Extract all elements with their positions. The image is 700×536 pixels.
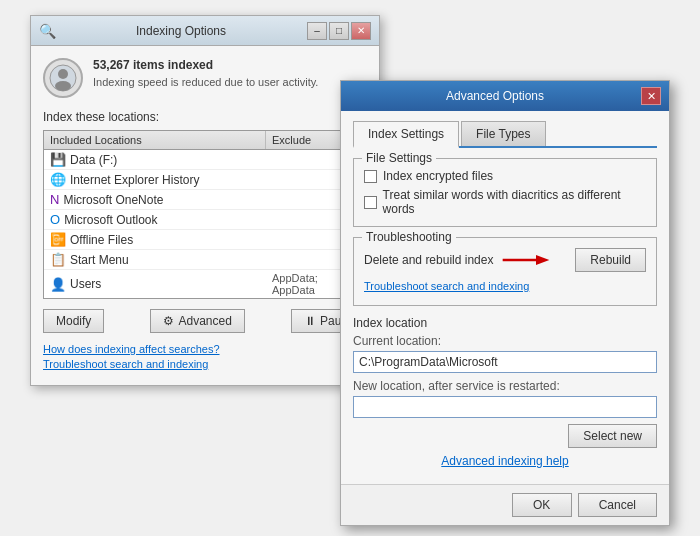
items-count: 53,267 items indexed [93,58,367,72]
troubleshooting-section: Troubleshooting Delete and rebuild index… [353,237,657,306]
indexing-options-window: 🔍 Indexing Options – □ ✕ 53,267 items in [30,15,380,386]
indexing-maximize-button[interactable]: □ [329,22,349,40]
col-included-header: Included Locations [44,131,266,149]
row-outlook: OMicrosoft Outlook [44,210,266,229]
troubleshoot-link[interactable]: Troubleshoot search and indexing [43,358,367,370]
pause-btn-icon: ⏸ [304,314,316,328]
modify-button[interactable]: Modify [43,309,104,333]
users-icon: 👤 [50,277,66,292]
table-body: 💾Data (F:) 🌐Internet Explorer History NM… [44,150,366,298]
indexing-status: 53,267 items indexed Indexing speed is r… [93,58,367,90]
tab-bar: Index Settings File Types [353,121,657,148]
affect-searches-link[interactable]: How does indexing affect searches? [43,343,367,355]
locations-table: Included Locations Exclude 💾Data (F:) 🌐I… [43,130,367,299]
table-row: 📴Offline Files [44,230,366,250]
advanced-options-window: Advanced Options ✕ Index Settings File T… [340,80,670,526]
indexing-footer: Modify ⚙ Advanced ⏸ Pause [43,309,367,333]
row-offline-files: 📴Offline Files [44,230,266,249]
tab-index-settings[interactable]: Index Settings [353,121,459,148]
indexing-minimize-button[interactable]: – [307,22,327,40]
select-new-button[interactable]: Select new [568,424,657,448]
start-icon: 📋 [50,252,66,267]
indexing-message: Indexing speed is reduced due to user ac… [93,75,367,90]
advanced-footer-link-container: Advanced indexing help [353,454,657,468]
table-row: NMicrosoft OneNote [44,190,366,210]
ok-button[interactable]: OK [512,493,572,517]
row-users: 👤Users [44,275,266,294]
current-location-label: Current location: [353,334,657,348]
indexing-titlebar: 🔍 Indexing Options – □ ✕ [31,16,379,46]
tab-file-types[interactable]: File Types [461,121,545,146]
advanced-dialog-footer: OK Cancel [341,484,669,525]
troubleshooting-label: Troubleshooting [362,230,456,244]
red-arrow-icon [501,250,551,270]
advanced-btn-icon: ⚙ [163,314,174,328]
file-settings-section: File Settings Index encrypted files Trea… [353,158,657,227]
offline-icon: 📴 [50,232,66,247]
cancel-button[interactable]: Cancel [578,493,657,517]
row-onenote: NMicrosoft OneNote [44,190,266,209]
diacritics-checkbox[interactable] [364,196,377,209]
rebuild-button[interactable]: Rebuild [575,248,646,272]
row-ie-history: 🌐Internet Explorer History [44,170,266,189]
table-row: 💾Data (F:) [44,150,366,170]
delete-rebuild-label: Delete and rebuild index [364,250,551,270]
advanced-indexing-help-link[interactable]: Advanced indexing help [441,454,568,468]
troubleshoot-search-link[interactable]: Troubleshoot search and indexing [364,280,646,292]
index-location-label: Index location [353,316,657,330]
location-section: Index location Current location: New loc… [353,316,657,448]
advanced-titlebar: Advanced Options ✕ [341,81,669,111]
indexing-title-icon: 🔍 [39,23,55,39]
svg-marker-4 [536,255,549,265]
indexing-status-icon [43,58,83,98]
table-row: OMicrosoft Outlook [44,210,366,230]
indexing-window-controls: – □ ✕ [307,22,371,40]
indexing-header: 53,267 items indexed Indexing speed is r… [43,58,367,98]
index-locations-label: Index these locations: [43,110,367,124]
drive-icon: 💾 [50,152,66,167]
table-row: 📋Start Menu [44,250,366,270]
encrypted-checkbox[interactable] [364,170,377,183]
advanced-window-title: Advanced Options [349,89,641,103]
table-row: 👤Users AppData; AppData [44,270,366,298]
indexing-close-button[interactable]: ✕ [351,22,371,40]
indexing-links: How does indexing affect searches? Troub… [43,343,367,370]
onenote-icon: N [50,192,59,207]
troubleshoot-row: Delete and rebuild index Rebuild [364,248,646,272]
advanced-content: Index Settings File Types File Settings … [341,111,669,484]
advanced-btn-label: Advanced [178,314,231,328]
advanced-close-button[interactable]: ✕ [641,87,661,105]
diacritics-label: Treat similar words with diacritics as d… [383,188,646,216]
new-location-input[interactable] [353,396,657,418]
table-header: Included Locations Exclude [44,131,366,150]
file-settings-label: File Settings [362,151,436,165]
indexing-window-title: Indexing Options [55,24,307,38]
table-row: 🌐Internet Explorer History [44,170,366,190]
svg-point-2 [55,81,71,91]
new-location-label: New location, after service is restarted… [353,379,657,393]
checkbox-row-diacritics: Treat similar words with diacritics as d… [364,188,646,216]
outlook-icon: O [50,212,60,227]
current-location-input[interactable] [353,351,657,373]
row-start-menu: 📋Start Menu [44,250,266,269]
row-data-f: 💾Data (F:) [44,150,266,169]
ie-icon: 🌐 [50,172,66,187]
new-location-row: Select new [353,424,657,448]
advanced-button[interactable]: ⚙ Advanced [150,309,244,333]
encrypted-label: Index encrypted files [383,169,493,183]
checkbox-row-encrypted: Index encrypted files [364,169,646,183]
indexing-content: 53,267 items indexed Indexing speed is r… [31,46,379,385]
svg-point-1 [58,69,68,79]
